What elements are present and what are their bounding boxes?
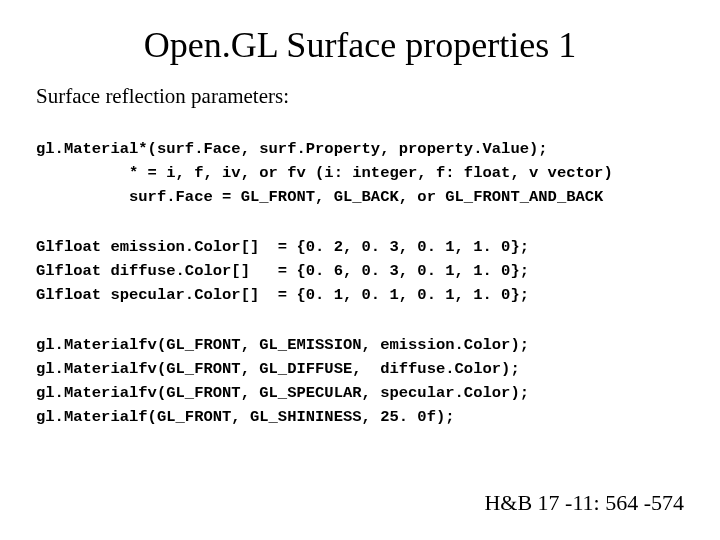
code-block-1: gl.Material*(surf.Face, surf.Property, p…: [36, 137, 684, 209]
spacer: [36, 307, 684, 333]
slide-subtitle: Surface reflection parameters:: [36, 84, 684, 109]
footer-reference: H&B 17 -11: 564 -574: [484, 490, 684, 516]
slide: Open.GL Surface properties 1 Surface ref…: [0, 0, 720, 540]
code-block-2: Glfloat emission.Color[] = {0. 2, 0. 3, …: [36, 235, 684, 307]
code-block-3: gl.Materialfv(GL_FRONT, GL_EMISSION, emi…: [36, 333, 684, 429]
spacer: [36, 209, 684, 235]
slide-title: Open.GL Surface properties 1: [36, 24, 684, 66]
